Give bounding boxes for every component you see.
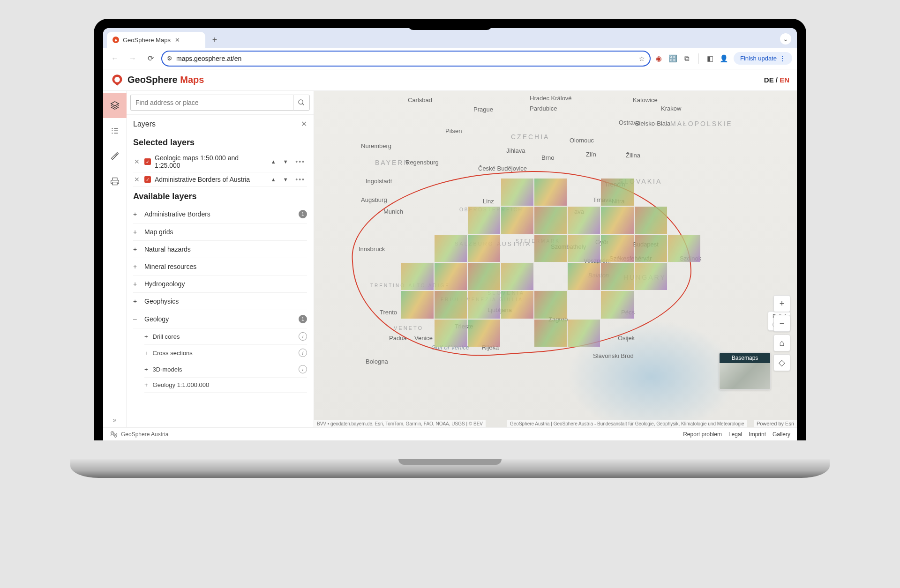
- map-city-label: Brno: [541, 154, 554, 161]
- footer-org: GeoSphere Austria: [121, 431, 168, 438]
- available-layer-label: Natural hazards: [144, 246, 191, 253]
- address-bar[interactable]: ⚙ ☆: [161, 51, 651, 67]
- expand-icon: +: [133, 280, 140, 288]
- layer-menu-icon[interactable]: •••: [293, 158, 307, 165]
- available-layer-item[interactable]: + Natural hazards: [133, 241, 307, 258]
- layer-count-badge: 1: [299, 315, 307, 323]
- info-icon[interactable]: i: [299, 349, 307, 357]
- layer-checkbox[interactable]: ✓: [144, 176, 151, 183]
- locate-button[interactable]: ◇: [773, 354, 790, 371]
- available-layer-label: Hydrogeology: [144, 280, 185, 288]
- available-layer-item[interactable]: + Administrative Borders 1: [133, 205, 307, 223]
- map-canvas[interactable]: Carlsbad Prague Hradec Králové Pardubice…: [314, 91, 797, 427]
- close-tab-icon[interactable]: ✕: [174, 37, 181, 43]
- basemap-label: Basemaps: [720, 353, 770, 363]
- move-up-icon[interactable]: ▲: [269, 157, 278, 166]
- finish-update-button[interactable]: Finish update ⋮: [734, 52, 792, 65]
- sidepanel-icon[interactable]: ◧: [705, 54, 715, 63]
- map-attribution-left: BVV • geodaten.bayern.de, Esri, TomTom, …: [314, 420, 486, 427]
- remove-layer-icon[interactable]: ✕: [133, 158, 141, 165]
- basemap-switcher[interactable]: Basemaps: [719, 352, 771, 390]
- new-tab-button[interactable]: +: [208, 33, 221, 46]
- selected-layers-heading: Selected layers: [133, 133, 307, 151]
- forward-button[interactable]: →: [126, 52, 140, 66]
- rail-measure-button[interactable]: [103, 143, 127, 169]
- app-header: GeoSphere Maps DE / EN: [103, 69, 797, 91]
- move-down-icon[interactable]: ▼: [281, 175, 290, 184]
- rail-print-button[interactable]: [103, 169, 127, 194]
- tool-rail: »: [103, 91, 127, 427]
- map-city-label: České Budějovice: [478, 165, 527, 172]
- home-extent-button[interactable]: ⌂: [773, 335, 790, 351]
- move-down-icon[interactable]: ▼: [281, 157, 290, 166]
- layer-label: Geologic maps 1:50.000 and 1:25.000: [155, 154, 265, 169]
- map-city-label: Trento: [380, 309, 397, 316]
- zoom-out-button[interactable]: −: [773, 315, 790, 332]
- sub-layer-label: Geology 1:1.000.000: [153, 381, 210, 388]
- map-city-label: Nuremberg: [361, 142, 391, 149]
- sub-layer-item[interactable]: + Cross sections i: [144, 345, 307, 361]
- panel-header: Layers ✕: [127, 115, 314, 133]
- logo-icon: [111, 74, 124, 87]
- sub-layer-item[interactable]: + Drill cores i: [144, 328, 307, 345]
- rail-layers-button[interactable]: [103, 93, 127, 118]
- lang-en[interactable]: EN: [780, 76, 789, 84]
- map-attribution-mid: GeoSphere Austria | GeoSphere Austria - …: [507, 420, 747, 427]
- geologic-map-tiles: [401, 179, 700, 347]
- map-region-label: MAŁOPOLSKIE: [670, 120, 733, 127]
- site-settings-icon[interactable]: ⚙: [167, 55, 172, 62]
- footer-link[interactable]: Gallery: [772, 431, 790, 438]
- lang-sep: /: [774, 76, 780, 84]
- layer-menu-icon[interactable]: •••: [293, 176, 307, 183]
- expand-icon: +: [133, 228, 140, 236]
- translate-icon[interactable]: 🔠: [668, 54, 678, 63]
- rail-expand-button[interactable]: »: [109, 412, 120, 427]
- kebab-icon: ⋮: [780, 55, 786, 62]
- footer-link[interactable]: Legal: [728, 431, 742, 438]
- info-icon[interactable]: i: [299, 332, 307, 341]
- panel-close-icon[interactable]: ✕: [301, 119, 307, 128]
- sub-layer-item[interactable]: + Geology 1:1.000.000: [144, 378, 307, 393]
- selected-layer-item: ✕ ✓ Geologic maps 1:50.000 and 1:25.000 …: [133, 151, 307, 172]
- available-layer-label: Map grids: [144, 228, 173, 236]
- tab-title: GeoSphere Maps: [123, 37, 171, 44]
- lang-de[interactable]: DE: [764, 76, 774, 84]
- url-input[interactable]: [176, 55, 635, 62]
- available-layer-item[interactable]: + Mineral resources: [133, 258, 307, 275]
- map-city-label: Regensburg: [405, 159, 439, 166]
- layer-label: Administrative Borders of Austria: [155, 176, 265, 183]
- expand-icon: +: [133, 246, 140, 253]
- search-input[interactable]: [130, 95, 293, 111]
- bookmark-icon[interactable]: ☆: [639, 55, 645, 62]
- available-layer-item[interactable]: + Hydrogeology: [133, 275, 307, 293]
- extensions-icon[interactable]: ⧉: [682, 54, 692, 63]
- app-footer: GeoSphere Austria Report problem Legal I…: [103, 427, 797, 440]
- footer-link[interactable]: Report problem: [683, 431, 722, 438]
- sub-layer-item[interactable]: + 3D-models i: [144, 361, 307, 378]
- map-city-label: Innsbruck: [359, 246, 385, 253]
- expand-icon: +: [133, 210, 140, 218]
- remove-layer-icon[interactable]: ✕: [133, 176, 141, 183]
- reload-button[interactable]: ⟳: [143, 52, 158, 66]
- zoom-in-button[interactable]: +: [773, 295, 790, 312]
- search-button[interactable]: [293, 95, 310, 111]
- profile-icon[interactable]: 👤: [720, 54, 729, 63]
- layer-checkbox[interactable]: ✓: [144, 158, 151, 165]
- available-layer-item[interactable]: + Geophysics: [133, 293, 307, 310]
- move-up-icon[interactable]: ▲: [269, 175, 278, 184]
- language-switch: DE / EN: [764, 76, 789, 84]
- svg-point-0: [299, 100, 303, 104]
- browser-tab[interactable]: ● GeoSphere Maps ✕: [107, 32, 205, 48]
- tab-overflow-button[interactable]: ⌄: [780, 33, 791, 45]
- panel-title: Layers: [133, 120, 156, 128]
- rail-legend-button[interactable]: [103, 118, 127, 143]
- map-country-label: CZECHIA: [511, 133, 549, 141]
- back-button[interactable]: ←: [108, 52, 122, 66]
- map-city-label: Bologna: [366, 358, 388, 365]
- app-logo[interactable]: GeoSphere Maps: [111, 74, 204, 87]
- available-layer-item[interactable]: – Geology 1: [133, 310, 307, 328]
- info-icon[interactable]: i: [299, 365, 307, 373]
- footer-link[interactable]: Imprint: [749, 431, 766, 438]
- available-layer-item[interactable]: + Map grids: [133, 223, 307, 241]
- extension-icon-1[interactable]: ◉: [654, 54, 664, 63]
